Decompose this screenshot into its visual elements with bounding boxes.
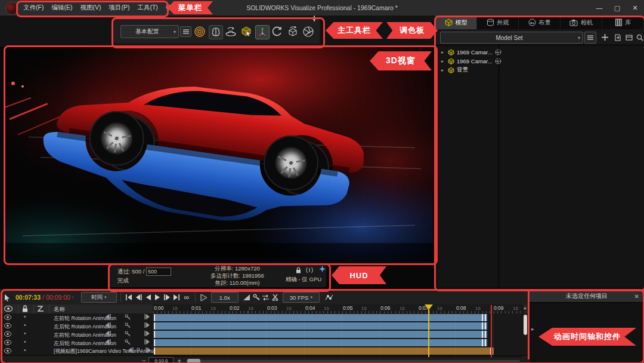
curve-editor-icon[interactable] bbox=[324, 293, 334, 302]
tree-item-camaro-2[interactable]: ▸ 1969 Camar... bbox=[435, 57, 504, 66]
playback-speed-box[interactable]: 1.0x bbox=[211, 292, 239, 303]
add-icon[interactable] bbox=[600, 32, 610, 42]
minimize-button[interactable]: — bbox=[590, 0, 608, 16]
animation-clip-bar[interactable] bbox=[154, 339, 487, 346]
time-mode-dropdown[interactable]: 时间 ▾ bbox=[81, 292, 117, 303]
maximize-button[interactable]: ▢ bbox=[608, 0, 626, 16]
go-start-button[interactable] bbox=[125, 293, 134, 302]
passes-limit-input[interactable] bbox=[146, 267, 171, 276]
tree-expand-icon[interactable]: ▸ bbox=[441, 67, 445, 73]
track-visibility-icon[interactable] bbox=[4, 348, 11, 353]
tree-item-background[interactable]: ▸ 背景 bbox=[435, 66, 504, 75]
search-icon[interactable] bbox=[634, 32, 644, 42]
pointer-tool-icon[interactable] bbox=[2, 293, 12, 302]
tree-expand-icon[interactable]: ▸ bbox=[441, 59, 445, 64]
track-row[interactable]: • 左前轮 Rotation Animation bbox=[0, 313, 530, 322]
close-button[interactable]: ✕ bbox=[626, 0, 644, 16]
easy-mode-brain-icon[interactable] bbox=[209, 25, 223, 39]
track-row[interactable]: • 左后轮 Rotation Animation bbox=[0, 322, 530, 331]
turntable-icon[interactable] bbox=[224, 25, 237, 38]
track-row[interactable]: • [视频贴图]1969Camaro Video Texture Animati… bbox=[0, 347, 530, 356]
track-lock-dot[interactable]: • bbox=[24, 339, 26, 345]
fps-dropdown[interactable]: 30 FPS ▾ bbox=[283, 292, 320, 303]
video-texture-clip-bar[interactable] bbox=[154, 347, 494, 355]
step-forward-button[interactable] bbox=[163, 293, 172, 302]
loop-toggle[interactable]: ∞ bbox=[182, 293, 191, 302]
playhead-line[interactable] bbox=[428, 309, 429, 357]
time-up-icon[interactable]: ↑ bbox=[72, 295, 74, 300]
panel-expand-icon[interactable]: ▸ bbox=[531, 326, 534, 332]
pin-icon[interactable] bbox=[311, 15, 318, 22]
tab-library[interactable]: 库 bbox=[602, 16, 644, 29]
add-keyframe-icon[interactable] bbox=[137, 347, 143, 353]
track-lock-dot[interactable]: • bbox=[24, 322, 26, 328]
menu-project[interactable]: 项目(P) bbox=[107, 2, 131, 13]
model-set-dropdown[interactable]: Model Set ▾ bbox=[440, 32, 583, 44]
select-part-icon[interactable] bbox=[240, 25, 253, 38]
zoom-slider-track[interactable] bbox=[186, 360, 520, 362]
configuration-dropdown[interactable]: 基本配置 ▾ bbox=[120, 25, 179, 38]
tab-models[interactable]: 模型 bbox=[435, 16, 477, 29]
timeline-scrollbar[interactable] bbox=[524, 315, 527, 335]
animation-clip-bar[interactable] bbox=[154, 331, 487, 338]
scroll-up-icon[interactable]: ▲ bbox=[523, 306, 527, 310]
go-end-button[interactable] bbox=[172, 293, 182, 302]
track-lock-dot[interactable]: • bbox=[24, 330, 26, 337]
viewport-3d[interactable] bbox=[5, 47, 433, 261]
prev-keyframe-icon[interactable] bbox=[105, 322, 111, 328]
visibility-column-icon[interactable] bbox=[4, 306, 13, 312]
prev-keyframe-icon[interactable] bbox=[128, 347, 134, 353]
zoom-span-box[interactable]: 0:10.0 bbox=[148, 357, 174, 363]
configuration-menu-button[interactable] bbox=[180, 26, 191, 37]
play-button[interactable] bbox=[153, 293, 163, 302]
prev-keyframe-icon[interactable] bbox=[105, 331, 111, 336]
prev-keyframe-icon[interactable] bbox=[105, 339, 111, 344]
menu-view[interactable]: 视图(V) bbox=[78, 2, 103, 13]
track-lock-dot[interactable]: • bbox=[24, 347, 26, 353]
timelapse-target-icon[interactable] bbox=[193, 25, 206, 38]
tab-appearances[interactable]: 外观 bbox=[477, 16, 519, 29]
preview-flag-icon[interactable] bbox=[199, 293, 209, 302]
duplicate-object-icon[interactable] bbox=[286, 25, 299, 38]
trim-icon[interactable] bbox=[271, 293, 280, 302]
zoom-in-button[interactable]: + bbox=[177, 357, 181, 363]
add-keyframe-icon[interactable] bbox=[125, 314, 131, 320]
model-set-menu-button[interactable] bbox=[584, 32, 596, 44]
retime-icon[interactable] bbox=[261, 293, 271, 302]
next-keyframe-icon[interactable] bbox=[144, 339, 150, 344]
track-visibility-icon[interactable] bbox=[4, 340, 11, 345]
zoom-out-button[interactable]: − bbox=[142, 357, 145, 363]
track-visibility-icon[interactable] bbox=[4, 323, 11, 328]
lock-column-icon[interactable] bbox=[22, 305, 28, 312]
curve-column-icon[interactable] bbox=[37, 306, 44, 312]
ramp-icon[interactable] bbox=[242, 293, 252, 302]
prev-keyframe-icon[interactable] bbox=[105, 314, 111, 319]
add-keyframe-icon[interactable] bbox=[125, 322, 131, 328]
tree-expand-icon[interactable]: ▸ bbox=[441, 50, 445, 55]
tree-item-camaro-1[interactable]: ▸ 1969 Camar... bbox=[435, 48, 504, 57]
menu-tools[interactable]: 工具(T) bbox=[135, 2, 159, 13]
add-keyframe-icon[interactable] bbox=[125, 339, 131, 345]
zoom-slider-handle[interactable] bbox=[187, 359, 200, 363]
keyframe-icon[interactable] bbox=[252, 293, 261, 302]
menu-edit[interactable]: 编辑(E) bbox=[49, 2, 74, 13]
next-keyframe-icon[interactable] bbox=[145, 347, 151, 353]
next-keyframe-icon[interactable] bbox=[144, 322, 150, 328]
rotate-tool-icon[interactable] bbox=[271, 25, 284, 38]
hud-pin-icon[interactable] bbox=[319, 266, 326, 272]
menu-file[interactable]: 文件(F) bbox=[21, 2, 45, 13]
move-tool-icon[interactable] bbox=[255, 25, 270, 39]
add-keyframe-icon[interactable] bbox=[125, 331, 131, 337]
export-icon[interactable] bbox=[612, 32, 622, 42]
render-aperture-icon[interactable] bbox=[302, 25, 315, 38]
tab-scenes[interactable]: 布景 bbox=[519, 16, 561, 29]
play-reverse-button[interactable] bbox=[144, 293, 153, 302]
layout-icon[interactable] bbox=[624, 32, 634, 42]
next-keyframe-icon[interactable] bbox=[144, 314, 150, 319]
animation-clip-bar[interactable] bbox=[154, 314, 487, 321]
track-visibility-icon[interactable] bbox=[4, 315, 11, 320]
track-visibility-icon[interactable] bbox=[4, 331, 11, 337]
track-row[interactable]: • 左后轮 Rotation Animation bbox=[0, 339, 530, 347]
tab-cameras[interactable]: 相机 bbox=[561, 16, 602, 29]
animation-clip-bar[interactable] bbox=[154, 322, 487, 330]
